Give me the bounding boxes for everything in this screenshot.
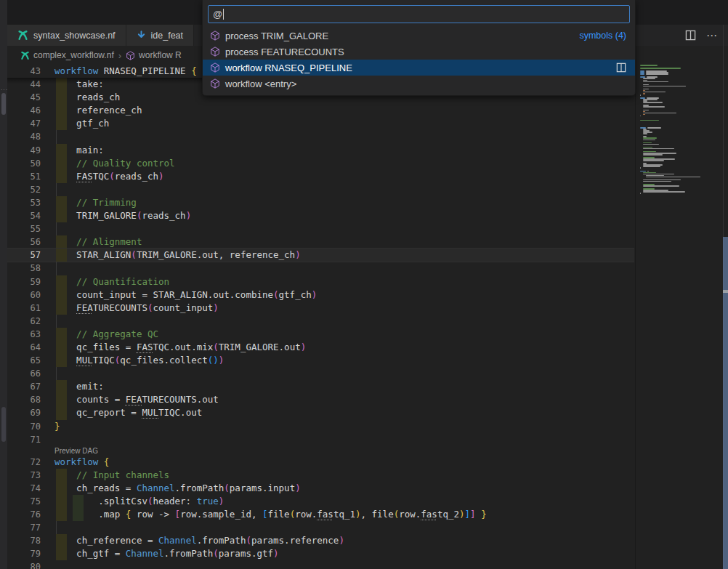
- line-number[interactable]: 72: [7, 456, 41, 469]
- code-line[interactable]: 49 main:: [7, 144, 634, 157]
- code-line[interactable]: 60 count_input = STAR_ALIGN.out.combine(…: [7, 288, 634, 302]
- line-number[interactable]: 44: [7, 78, 41, 91]
- code-line[interactable]: 55: [7, 222, 634, 235]
- code-line[interactable]: 61 FEATURECOUNTS(count_input): [7, 302, 634, 315]
- code-line[interactable]: 47 gtf_ch: [7, 117, 634, 130]
- split-editor-icon[interactable]: [685, 30, 696, 41]
- tab-ide-features[interactable]: ide_feat: [126, 25, 194, 46]
- code-line[interactable]: 73 // Input channels: [7, 469, 634, 482]
- codelens-preview-dag[interactable]: Preview DAG: [7, 446, 634, 456]
- breadcrumb-symbol[interactable]: workflow R: [139, 50, 182, 60]
- line-number[interactable]: 66: [7, 367, 41, 380]
- more-actions-icon[interactable]: ⋯: [706, 29, 718, 42]
- line-number[interactable]: 76: [7, 508, 41, 521]
- code-line[interactable]: 79 ch_gtf = Channel.fromPath(params.gtf): [7, 547, 634, 560]
- code-line[interactable]: 46 reference_ch: [7, 104, 634, 117]
- code-line[interactable]: 50 // Quality control: [7, 157, 634, 170]
- code-line[interactable]: 56 // Alignment: [7, 235, 634, 249]
- code-line[interactable]: 57 STAR_ALIGN(TRIM_GALORE.out, reference…: [7, 249, 634, 262]
- line-number[interactable]: 60: [7, 288, 41, 302]
- code-line[interactable]: 80: [7, 560, 634, 569]
- rail-marker-top[interactable]: [1, 93, 6, 115]
- line-number[interactable]: 73: [7, 469, 41, 482]
- minimap-line: [640, 193, 641, 194]
- code-line[interactable]: 72workflow {: [7, 456, 634, 469]
- line-number[interactable]: 74: [7, 482, 41, 495]
- code-line[interactable]: 59 // Quantification: [7, 275, 634, 288]
- indent-guide: [56, 315, 57, 328]
- code-text: ch_reads = Channel.fromPath(params.input…: [54, 482, 301, 495]
- quick-open-result[interactable]: workflow <entry>: [203, 76, 635, 92]
- code-line[interactable]: 53 // Trimming: [7, 196, 634, 209]
- code-line[interactable]: 69 qc_report = MULTIQC.out: [7, 406, 634, 419]
- code-line[interactable]: 51 FASTQC(reads_ch): [7, 170, 634, 183]
- code-line[interactable]: 66: [7, 367, 634, 380]
- line-number[interactable]: 50: [7, 157, 41, 170]
- line-number[interactable]: 71: [7, 433, 41, 446]
- code-line[interactable]: 78 ch_reference = Channel.fromPath(param…: [7, 534, 634, 547]
- minimap-line: [640, 68, 681, 69]
- line-number[interactable]: 65: [7, 354, 41, 367]
- code-line[interactable]: 70}: [7, 420, 634, 433]
- code-line[interactable]: 77: [7, 521, 634, 534]
- minimap[interactable]: [635, 64, 723, 569]
- scrollbar-thumb[interactable]: [723, 237, 728, 569]
- line-number[interactable]: 54: [7, 209, 41, 222]
- code-line[interactable]: 63 // Aggregate QC: [7, 328, 634, 341]
- line-number[interactable]: 77: [7, 521, 41, 534]
- line-number[interactable]: 63: [7, 328, 41, 341]
- line-number[interactable]: 55: [7, 222, 41, 235]
- line-number[interactable]: 68: [7, 393, 41, 406]
- code-text: ch_reference = Channel.fromPath(params.r…: [54, 534, 344, 547]
- line-number[interactable]: 78: [7, 534, 41, 547]
- line-number[interactable]: 75: [7, 495, 41, 508]
- quick-open-result[interactable]: process FEATURECOUNTS: [203, 44, 635, 60]
- line-number[interactable]: 64: [7, 341, 41, 354]
- line-number[interactable]: 53: [7, 196, 41, 209]
- quick-open-input[interactable]: @: [208, 5, 630, 23]
- line-number[interactable]: 45: [7, 91, 41, 104]
- minimap-line: [643, 78, 655, 79]
- code-text: qc_report = MULTIQC.out: [54, 406, 202, 419]
- quick-open-result[interactable]: process TRIM_GALOREsymbols (4): [203, 28, 635, 44]
- line-number[interactable]: 51: [7, 170, 41, 183]
- line-number[interactable]: 49: [7, 144, 41, 157]
- breadcrumb-file[interactable]: complex_workflow.nf: [33, 50, 114, 60]
- line-number[interactable]: 67: [7, 380, 41, 393]
- code-line[interactable]: 75 .splitCsv(header: true): [7, 495, 634, 508]
- line-number[interactable]: 43: [7, 65, 41, 78]
- code-line[interactable]: 68 counts = FEATURECOUNTS.out: [7, 393, 634, 406]
- line-number[interactable]: 70: [7, 420, 41, 433]
- line-number[interactable]: 80: [7, 560, 41, 569]
- code-line[interactable]: 71: [7, 433, 634, 446]
- minimap-line: [643, 93, 645, 94]
- line-number[interactable]: 62: [7, 315, 41, 328]
- code-line[interactable]: 54 TRIM_GALORE(reads_ch): [7, 209, 634, 222]
- quick-open-result[interactable]: workflow RNASEQ_PIPELINE: [203, 60, 635, 76]
- line-number[interactable]: 57: [7, 249, 41, 262]
- split-editor-icon[interactable]: [616, 62, 626, 73]
- code-line[interactable]: 52: [7, 183, 634, 196]
- code-line[interactable]: 48: [7, 130, 634, 143]
- code-line[interactable]: 62: [7, 315, 634, 328]
- minimap-line: [643, 148, 674, 150]
- line-number[interactable]: 59: [7, 275, 41, 288]
- line-number[interactable]: 79: [7, 547, 41, 560]
- line-number[interactable]: 46: [7, 104, 41, 117]
- line-number[interactable]: 52: [7, 183, 41, 196]
- code-line[interactable]: 67 emit:: [7, 380, 634, 393]
- code-line[interactable]: 64 qc_files = FASTQC.out.mix(TRIM_GALORE…: [7, 341, 634, 354]
- tab-syntax-showcase[interactable]: syntax_showcase.nf: [7, 25, 126, 46]
- line-number[interactable]: 58: [7, 262, 41, 275]
- line-number[interactable]: 61: [7, 302, 41, 315]
- code-line[interactable]: 76 .map { row -> [row.sample_id, [file(r…: [7, 508, 634, 521]
- code-editor[interactable]: 43workflow RNASEQ_PIPELINE {44 take:45 r…: [7, 65, 634, 569]
- line-number[interactable]: 56: [7, 235, 41, 249]
- line-number[interactable]: 69: [7, 406, 41, 419]
- code-line[interactable]: 65 MULTIQC(qc_files.collect()): [7, 354, 634, 367]
- line-number[interactable]: 48: [7, 130, 41, 143]
- rail-marker-bottom[interactable]: [1, 407, 6, 442]
- code-line[interactable]: 74 ch_reads = Channel.fromPath(params.in…: [7, 482, 634, 495]
- line-number[interactable]: 47: [7, 117, 41, 130]
- code-line[interactable]: 58: [7, 262, 634, 275]
